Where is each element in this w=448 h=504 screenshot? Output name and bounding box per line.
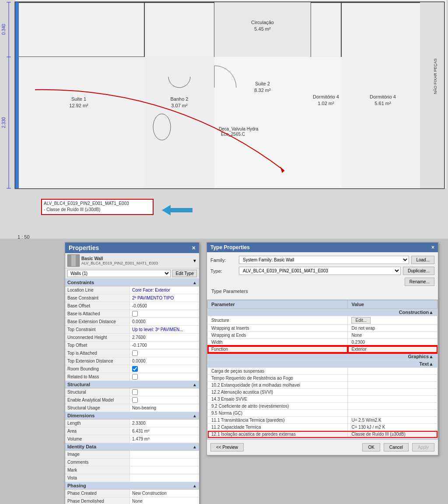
dimensions-section-header[interactable]: Dimensions ▲ <box>65 412 199 419</box>
type-section-header: Construction ▲ <box>208 309 438 316</box>
apply-button[interactable]: Apply <box>412 443 434 451</box>
table-row[interactable]: 14.3 Ensaio SVVE <box>208 396 438 403</box>
wall-icon <box>67 254 80 267</box>
load-button[interactable]: Load... <box>411 256 434 264</box>
value-cell: Classe de Ruído III (≥30dB) <box>348 431 438 438</box>
structural-rows: Structural Enable Analytical Model Struc… <box>65 388 199 412</box>
table-row[interactable]: StructureEdit... <box>208 316 438 325</box>
prop-row-top-is-attached: Top is Attached <box>65 349 199 357</box>
table-row[interactable]: Width0.2300 <box>208 339 438 346</box>
type-form: Family: System Family: Basic Wall Load..… <box>207 252 438 300</box>
table-row[interactable]: FunctionExterior <box>208 346 438 353</box>
param-cell: 11.2 Capacidade Termica <box>208 424 348 431</box>
type-properties-title-bar: Type Properties × <box>207 243 438 252</box>
top-is-attached-checkbox[interactable] <box>132 350 138 356</box>
family-dropdown-icon[interactable]: ▼ <box>192 258 197 263</box>
value-cell: 0.2300 <box>348 339 438 346</box>
table-row[interactable]: Wrapping at EndsNone <box>208 332 438 339</box>
phasing-section-header[interactable]: Phasing ▲ <box>65 482 199 490</box>
param-col-header: Parameter <box>208 300 348 309</box>
prop-row-structural: Structural <box>65 388 199 396</box>
param-cell: Carga de peças suspensas <box>208 368 348 375</box>
type-section-header: Graphics ▲ <box>208 353 438 360</box>
prop-row-base-is-attached: Base is Attached <box>65 310 199 318</box>
value-cell: None <box>348 332 438 339</box>
type-select[interactable]: ALV_BLC4_E019_PIN2_E001_MAT1_E003 <box>239 267 401 275</box>
type-footer: << Preview OK Cancel Apply <box>207 440 438 455</box>
edit-type-button[interactable]: Edit Type <box>172 270 197 277</box>
ok-button[interactable]: OK <box>362 443 380 451</box>
table-row[interactable]: 12.2 Atenuação acustica (SVVI) <box>208 389 438 396</box>
table-row[interactable]: 12.1 Isolação acústica de paredes extern… <box>208 431 438 438</box>
table-row[interactable]: Tempo Requerido de Resistência ao Fogo <box>208 375 438 382</box>
structural-section-header[interactable]: Structural ▲ <box>65 381 199 388</box>
structural-collapse-icon: ▲ <box>192 382 197 387</box>
family-row: Family: System Family: Basic Wall Load..… <box>210 256 434 264</box>
value-cell: Exterior <box>348 346 438 353</box>
prop-row-base-constraint: Base Constraint 2º PAVIMENTO TIPO <box>65 294 199 302</box>
family-select[interactable]: System Family: Basic Wall <box>239 256 409 264</box>
phasing-rows: Phase Created New Construction Phase Dem… <box>65 490 199 504</box>
preview-button[interactable]: << Preview <box>210 443 244 451</box>
base-is-attached-checkbox[interactable] <box>132 311 138 317</box>
table-row[interactable]: Wrapping at InsertsDo not wrap <box>208 325 438 332</box>
type-label: Type: <box>210 268 237 274</box>
related-to-mass-checkbox[interactable] <box>132 374 138 380</box>
properties-close-btn[interactable]: × <box>192 244 196 251</box>
param-cell: 9.2 Coeficiente de atrito (revestimentos… <box>208 403 348 410</box>
param-cell: 14.3 Ensaio SVVE <box>208 396 348 403</box>
prop-row-top-constraint: Top Constraint Up to level: 3º PAVIMEN..… <box>65 326 199 334</box>
param-cell: 12.1 Isolação acústica de paredes extern… <box>208 431 348 438</box>
param-cell: Function <box>208 346 348 353</box>
table-row[interactable]: 11.2 Capacidade TermicaC= 130 kJ / m2 K <box>208 424 438 431</box>
prop-row-room-bounding: Room Bounding <box>65 365 199 373</box>
param-cell: Tempo Requerido de Resistência ao Fogo <box>208 375 348 382</box>
table-row[interactable]: 9.5 Norma (GC) <box>208 410 438 417</box>
table-row[interactable]: 10.2 Estanqueidade (int a molhadas molha… <box>208 382 438 389</box>
prop-row-related-to-mass: Related to Mass <box>65 373 199 381</box>
type-properties-title: Type Properties <box>210 244 250 250</box>
prop-row-phase-demolished: Phase Demolished None <box>65 497 199 504</box>
table-row[interactable]: 11.1 Transmitância Termica (paredes)U= 2… <box>208 417 438 424</box>
table-row[interactable]: 9.2 Coeficiente de atrito (revestimentos… <box>208 403 438 410</box>
family-name-block: Basic Wall ALV_BLC4_E019_PIN2_E001_MAT1_… <box>81 256 191 265</box>
structure-edit-btn[interactable]: Edit... <box>351 317 371 324</box>
prop-row-area: Area 6.431 m² <box>65 427 199 435</box>
value-cell: U= 2.5 W/m2.K <box>348 417 438 424</box>
identity-collapse-icon: ▲ <box>192 444 197 449</box>
prop-row-volume: Volume 1.479 m³ <box>65 435 199 443</box>
value-cell: Do not wrap <box>348 325 438 332</box>
prop-row-enable-analytical: Enable Analytical Model <box>65 396 199 404</box>
value-cell <box>348 375 438 382</box>
constraints-collapse-icon: ▲ <box>192 280 197 285</box>
type-table-container: Parameter Value Construction ▲StructureE… <box>207 300 438 440</box>
dimensions-rows: Length 2.3300 Area 6.431 m² Volume 1.479… <box>65 419 199 443</box>
constraints-section-header[interactable]: Constraints ▲ <box>65 279 199 286</box>
properties-panel: Properties × Basic Wall ALV_BLC4_E019_PI… <box>65 242 200 504</box>
value-cell <box>348 368 438 375</box>
duplicate-button[interactable]: Duplicate... <box>403 267 434 275</box>
type-params-label: Type Parameters <box>210 289 434 294</box>
properties-title-bar: Properties × <box>65 243 199 253</box>
identity-data-section-header[interactable]: Identity Data ▲ <box>65 443 199 451</box>
cancel-button[interactable]: Cancel <box>384 443 409 451</box>
prop-filter-select[interactable]: Walls (1) <box>67 270 171 277</box>
param-cell: Wrapping at Ends <box>208 332 348 339</box>
param-cell: 12.2 Atenuação acustica (SVVI) <box>208 389 348 396</box>
identity-rows: Image Comments Mark Vista <box>65 451 199 482</box>
prop-row-top-offset: Top Offset -0.1700 <box>65 342 199 349</box>
table-row[interactable]: Carga de peças suspensas <box>208 368 438 375</box>
prop-row-length: Length 2.3300 <box>65 419 199 427</box>
structural-checkbox[interactable] <box>132 389 138 395</box>
value-col-header: Value <box>348 300 438 309</box>
value-cell <box>348 389 438 396</box>
room-bounding-checkbox[interactable] <box>132 366 138 372</box>
type-properties-close-btn[interactable]: × <box>431 244 434 250</box>
prop-row-base-ext-dist: Base Extension Distance 0.0000 <box>65 318 199 326</box>
type-parameters-table: Parameter Value Construction ▲StructureE… <box>207 300 438 440</box>
prop-row-top-ext-dist: Top Extension Distance 0.0000 <box>65 357 199 365</box>
constraints-rows: Location Line Core Face: Exterior Base C… <box>65 286 199 381</box>
analytical-checkbox[interactable] <box>132 397 138 403</box>
value-cell <box>348 382 438 389</box>
rename-button[interactable]: Rename... <box>405 278 434 286</box>
